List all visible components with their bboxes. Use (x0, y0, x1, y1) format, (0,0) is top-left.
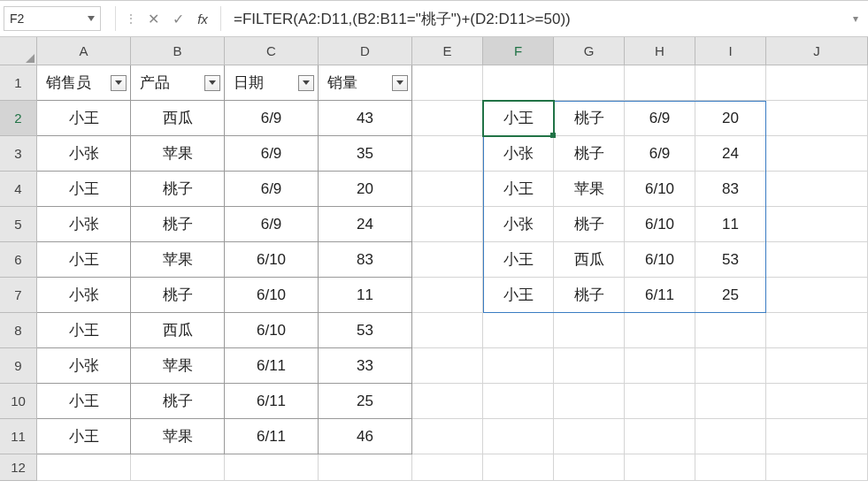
cell-H3[interactable]: 6/9 (625, 136, 695, 172)
cell-B3[interactable]: 苹果 (131, 136, 225, 172)
cell-E8[interactable] (412, 313, 483, 348)
col-header-H[interactable]: H (625, 37, 695, 65)
cell-H12[interactable] (625, 454, 695, 481)
cell-J8[interactable] (766, 313, 868, 348)
cell-E6[interactable] (412, 242, 483, 278)
cell-H6[interactable]: 6/10 (625, 242, 695, 278)
cell-I7[interactable]: 25 (695, 278, 766, 313)
cell-G12[interactable] (554, 454, 625, 481)
cell-I9[interactable] (695, 348, 766, 384)
select-all-corner[interactable] (0, 37, 37, 65)
cell-E1[interactable] (412, 65, 483, 101)
col-header-A[interactable]: A (37, 37, 131, 65)
cell-G5[interactable]: 桃子 (554, 207, 625, 242)
cell-D2[interactable]: 43 (319, 101, 412, 136)
cell-B4[interactable]: 桃子 (131, 172, 225, 207)
cell-B12[interactable] (131, 454, 225, 481)
cell-A3[interactable]: 小张 (37, 136, 131, 172)
expand-formula-bar[interactable]: ▾ (847, 12, 864, 25)
cell-H5[interactable]: 6/10 (625, 207, 695, 242)
cell-J11[interactable] (766, 419, 868, 454)
cell-H2[interactable]: 6/9 (625, 101, 695, 136)
filter-icon[interactable] (392, 75, 408, 91)
cell-A10[interactable]: 小王 (37, 384, 131, 419)
cell-G10[interactable] (554, 384, 625, 419)
col-header-J[interactable]: J (766, 37, 868, 65)
cell-C10[interactable]: 6/11 (225, 384, 319, 419)
col-header-D[interactable]: D (319, 37, 412, 65)
cell-E10[interactable] (412, 384, 483, 419)
col-header-G[interactable]: G (554, 37, 625, 65)
cell-F8[interactable] (483, 313, 554, 348)
cell-B1[interactable]: 产品 (131, 65, 225, 101)
row-header-6[interactable]: 6 (0, 242, 37, 278)
cell-F9[interactable] (483, 348, 554, 384)
cell-A1[interactable]: 销售员 (37, 65, 131, 101)
cell-H4[interactable]: 6/10 (625, 172, 695, 207)
cell-F3[interactable]: 小张 (483, 136, 554, 172)
cell-D4[interactable]: 20 (319, 172, 412, 207)
cell-E3[interactable] (412, 136, 483, 172)
cell-J7[interactable] (766, 278, 868, 313)
cell-C11[interactable]: 6/11 (225, 419, 319, 454)
cell-E2[interactable] (412, 101, 483, 136)
cell-A12[interactable] (37, 454, 131, 481)
cell-F6[interactable]: 小王 (483, 242, 554, 278)
cell-J9[interactable] (766, 348, 868, 384)
cell-G7[interactable]: 桃子 (554, 278, 625, 313)
cell-E9[interactable] (412, 348, 483, 384)
cell-B2[interactable]: 西瓜 (131, 101, 225, 136)
cell-F7[interactable]: 小王 (483, 278, 554, 313)
cell-H1[interactable] (625, 65, 695, 101)
cell-I10[interactable] (695, 384, 766, 419)
cell-J2[interactable] (766, 101, 868, 136)
cell-H9[interactable] (625, 348, 695, 384)
cell-J3[interactable] (766, 136, 868, 172)
cell-C12[interactable] (225, 454, 319, 481)
row-header-7[interactable]: 7 (0, 278, 37, 313)
cell-B11[interactable]: 苹果 (131, 419, 225, 454)
row-header-10[interactable]: 10 (0, 384, 37, 419)
cell-J10[interactable] (766, 384, 868, 419)
cell-C6[interactable]: 6/10 (225, 242, 319, 278)
cell-B9[interactable]: 苹果 (131, 348, 225, 384)
cell-I6[interactable]: 53 (695, 242, 766, 278)
row-header-8[interactable]: 8 (0, 313, 37, 348)
col-header-B[interactable]: B (131, 37, 225, 65)
enter-button[interactable]: ✓ (165, 6, 190, 31)
cell-E4[interactable] (412, 172, 483, 207)
row-header-9[interactable]: 9 (0, 348, 37, 384)
cell-F11[interactable] (483, 419, 554, 454)
cell-D1[interactable]: 销量 (319, 65, 412, 101)
cell-B10[interactable]: 桃子 (131, 384, 225, 419)
cell-I1[interactable] (695, 65, 766, 101)
fill-handle[interactable] (550, 133, 556, 138)
cell-D3[interactable]: 35 (319, 136, 412, 172)
cell-D5[interactable]: 24 (319, 207, 412, 242)
cell-B6[interactable]: 苹果 (131, 242, 225, 278)
cancel-button[interactable]: ✕ (141, 6, 165, 31)
row-header-4[interactable]: 4 (0, 172, 37, 207)
cell-H8[interactable] (625, 313, 695, 348)
cell-I12[interactable] (695, 454, 766, 481)
cell-D12[interactable] (319, 454, 412, 481)
cell-I3[interactable]: 24 (695, 136, 766, 172)
cell-G6[interactable]: 西瓜 (554, 242, 625, 278)
cell-C8[interactable]: 6/10 (225, 313, 319, 348)
cell-B7[interactable]: 桃子 (131, 278, 225, 313)
cell-A2[interactable]: 小王 (37, 101, 131, 136)
row-header-11[interactable]: 11 (0, 419, 37, 454)
col-header-C[interactable]: C (225, 37, 319, 65)
cell-A11[interactable]: 小王 (37, 419, 131, 454)
cell-C5[interactable]: 6/9 (225, 207, 319, 242)
cell-C1[interactable]: 日期 (225, 65, 319, 101)
row-header-5[interactable]: 5 (0, 207, 37, 242)
cell-D10[interactable]: 25 (319, 384, 412, 419)
fx-button[interactable]: fx (190, 6, 215, 31)
cell-F2[interactable]: 小王 (483, 101, 554, 136)
cell-E7[interactable] (412, 278, 483, 313)
cell-F4[interactable]: 小王 (483, 172, 554, 207)
cell-I2[interactable]: 20 (695, 101, 766, 136)
cell-A7[interactable]: 小张 (37, 278, 131, 313)
cell-F5[interactable]: 小张 (483, 207, 554, 242)
